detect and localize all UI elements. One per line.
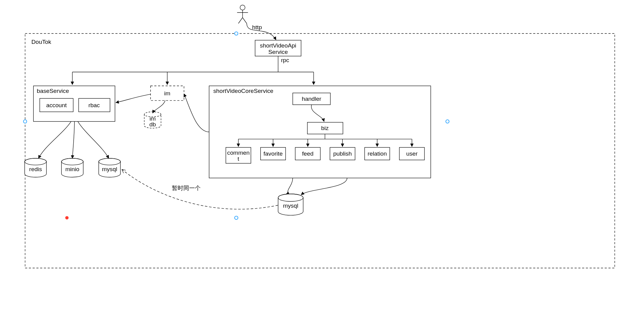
svg-text:user: user	[406, 150, 418, 157]
edge-base-to-redis	[39, 122, 71, 158]
core-title: shortVideoCoreService	[213, 88, 273, 94]
svg-text:favorite: favorite	[264, 150, 283, 157]
svg-text:commen: commen	[227, 150, 250, 156]
edge-core-to-mysql-2	[301, 178, 347, 195]
svg-text:feed: feed	[302, 150, 313, 157]
edge-base-to-minio	[72, 122, 74, 158]
label-minio: minio	[65, 166, 79, 172]
handle-red[interactable]	[65, 216, 68, 219]
api-line1: shortVideoApi	[260, 42, 296, 49]
label-imdb-2: db	[149, 121, 156, 128]
label-im: im	[164, 90, 170, 97]
handle-top[interactable]	[235, 32, 238, 35]
label-mysql-base: mysql	[102, 166, 117, 172]
svg-line-3	[238, 18, 243, 23]
edge-im-to-imdb	[153, 100, 165, 113]
svg-text:relation: relation	[368, 150, 387, 157]
edge-core-to-im	[184, 94, 209, 132]
edge-im-to-baseservice	[116, 94, 151, 103]
label-redis: redis	[29, 166, 42, 172]
label-handler: handler	[302, 96, 322, 102]
svg-point-0	[240, 5, 245, 10]
label-mysql-core: mysql	[283, 203, 298, 209]
label-http: http	[252, 24, 262, 30]
edge-core-to-mysql-1	[288, 178, 293, 195]
svg-line-4	[243, 18, 247, 23]
handle-right[interactable]	[446, 120, 449, 123]
label-rpc: rpc	[281, 57, 289, 63]
edge-base-to-mysql	[78, 122, 109, 158]
label-rbac: rbac	[88, 102, 100, 108]
frame-title: DouTok	[31, 39, 51, 45]
label-biz: biz	[321, 125, 329, 131]
diagram-canvas: DouTok http shortVideoApi Service rpc ba…	[0, 0, 644, 310]
api-line2: Service	[268, 49, 288, 55]
handle-left[interactable]	[23, 120, 27, 123]
label-account: account	[46, 102, 67, 108]
svg-text:publish: publish	[333, 150, 352, 157]
actor-icon	[237, 5, 248, 24]
svg-text:t: t	[237, 156, 239, 162]
baseservice-title: baseService	[37, 88, 69, 94]
label-same-db: 暂时同一个	[172, 185, 201, 191]
label-imdb-1: im	[150, 115, 156, 122]
handle-bottom[interactable]	[235, 216, 238, 220]
